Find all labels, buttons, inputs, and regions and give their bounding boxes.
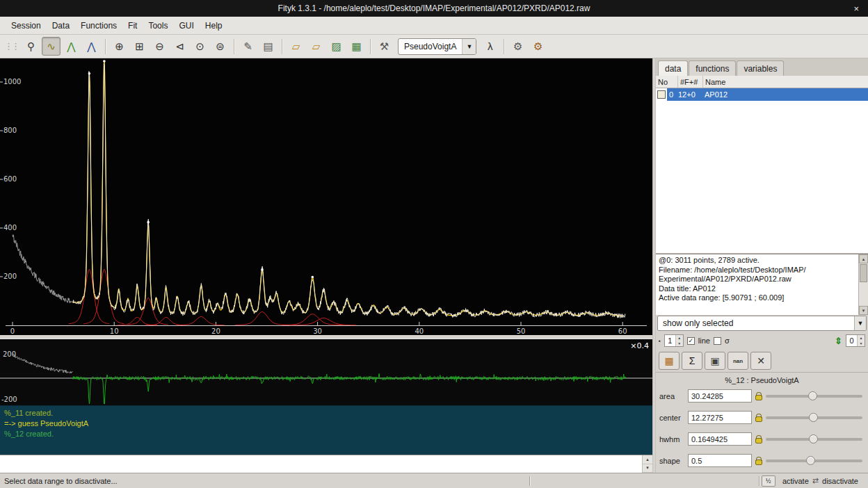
menu-help[interactable]: Help [200,18,228,33]
activate-toggle-icon[interactable]: ⇄ [812,476,819,485]
component-curve [83,270,124,324]
component-curve [117,317,157,325]
tab-data[interactable]: data [658,60,688,76]
zoom-select-mode-icon[interactable]: ⚲ [22,37,40,56]
toolbar-items: ⚲∿⋀⋀⊕⊞⊖⊲⊙⊜✎▤▱▱▨▦⚒PseudoVoigtA▼λ⚙⚙ [21,35,548,58]
param-shape-slider[interactable] [766,459,862,462]
sigma-checkbox[interactable] [714,337,721,345]
column-header-f[interactable]: #F+# [678,76,703,88]
delete-button[interactable]: ✕ [750,352,771,370]
show-filter-value: show only selected [658,318,854,328]
aux-tick-label: 200 [3,350,16,358]
drag-peak-mode-icon[interactable]: ⋀ [82,37,101,56]
scroll-up-icon[interactable]: ▲ [859,254,868,263]
line-label: line [698,336,710,345]
command-input[interactable] [0,455,642,473]
zoom-in-icon[interactable]: ⊕ [110,37,129,56]
param-label: area [659,392,684,400]
line-checkbox[interactable] [687,337,695,345]
x-tick-label: 20 [211,327,220,335]
param-row-center: center 12.27275 [656,407,868,428]
scroll-down-icon[interactable]: ▼ [859,306,868,315]
dataset-f-count: 12+0 [678,90,705,99]
script-editor-icon[interactable]: ▤ [259,37,278,56]
menu-data[interactable]: Data [47,18,75,33]
add-peak-mode-icon[interactable]: ⋀ [62,37,81,56]
dataset-info-panel: @0: 3011 points, 2789 active. Filename: … [656,254,868,315]
menu-gui[interactable]: GUI [173,18,199,33]
input-history-scrollbar[interactable]: ▲▼ [642,455,652,473]
export-data-icon[interactable]: ▦ [347,37,366,56]
x-tick-label: 10 [110,327,119,335]
zoom-out-icon[interactable]: ⊖ [150,37,169,56]
menu-fit[interactable]: Fit [122,18,143,33]
fit-run-icon[interactable]: ⚙ [529,37,547,56]
menu-session[interactable]: Session [6,18,47,33]
edit-data-icon[interactable]: ▨ [327,37,346,56]
toolbar-grip[interactable]: ⋮⋮ [4,41,18,51]
append-data-icon[interactable]: ▱ [307,37,326,56]
param-shape-input[interactable]: 0.5 [688,454,752,467]
info-line: Experimental/AP012/PXRD/AP012.raw [659,275,855,284]
param-label: center [659,414,684,422]
param-hwhm-slider[interactable] [766,438,862,441]
column-header-name[interactable]: Name [703,76,868,88]
status-mini-button[interactable]: ½ [762,475,775,487]
dataset-row[interactable]: 0 12+0 AP012 [656,88,868,101]
activate-label[interactable]: activate [782,477,809,485]
info-line: Filename: /home/aleplo/test/Desktop/IMAP… [659,266,855,275]
aux-plot[interactable]: 200-200×0.4 [0,339,652,405]
range-select-mode-icon[interactable]: ∿ [42,37,61,56]
column-header-no[interactable]: No [656,76,678,88]
sum-button[interactable]: Σ [682,352,702,370]
tab-functions[interactable]: functions [689,60,736,76]
fit-settings-icon[interactable]: ⚙ [508,37,527,56]
param-row-area: area 30.24285 [656,385,868,407]
function-type-dropdown[interactable]: PseudoVoigtA▼ [398,38,476,55]
function-header: %_12 : PseudoVoigtA [656,374,868,385]
shift-stepper[interactable]: 0 ▲▼ [846,334,865,347]
point-size-stepper[interactable]: 1 ▲▼ [664,334,684,347]
chevron-down-icon[interactable]: ▼ [854,316,866,330]
menu-tools[interactable]: Tools [143,18,173,33]
data-curve-inactive [13,235,72,303]
close-icon[interactable]: × [849,0,864,17]
lock-icon[interactable] [755,459,762,465]
show-filter-dropdown[interactable]: show only selected ▼ [657,316,867,331]
info-scrollbar[interactable]: ▲ ▼ [858,254,868,315]
point-style-icon[interactable]: ▪ [659,338,661,344]
log-viewer-icon[interactable]: ✎ [239,37,257,56]
param-area-slider[interactable] [766,395,862,398]
tab-variables[interactable]: variables [737,60,784,76]
zoom-previous-icon[interactable]: ⊲ [170,37,189,56]
lock-icon[interactable] [755,416,762,422]
main-plot[interactable]: 01020304050602004006008001000 [0,58,652,335]
dataset-name: AP012 [705,90,868,99]
lock-icon[interactable] [755,395,762,400]
dataset-table-header: No #F+# Name [656,76,868,88]
zoom-100-icon[interactable]: ⊙ [191,37,209,56]
zoom-vertical-icon[interactable]: ⊜ [211,37,230,56]
shift-updown-icon[interactable]: ⇕ [835,336,842,346]
data-table-button[interactable]: ▦ [659,352,680,370]
guess-function-icon[interactable]: λ [481,37,499,56]
plot-style-controls: ▪ 1 ▲▼ line σ ⇕ 0 ▲▼ [656,332,868,350]
aux-scale-label: ×0.4 [630,341,649,350]
param-area-input[interactable]: 30.24285 [688,389,752,402]
y-tick-label: 1000 [3,78,21,86]
dataset-color-swatch[interactable] [657,90,666,99]
param-center-input[interactable]: 12.27275 [688,411,752,424]
open-data-icon[interactable]: ▱ [287,37,305,56]
function-panel: %_12 : PseudoVoigtA area 30.24285 center… [656,372,868,473]
zoom-fit-icon[interactable]: ⊞ [130,37,149,56]
disactivate-label[interactable]: disactivate [822,477,858,485]
param-hwhm-input[interactable]: 0.1649425 [688,432,752,446]
residual-curve [72,373,625,404]
nan-button[interactable]: nan [728,352,748,370]
functions-button[interactable]: ▣ [705,352,725,370]
param-center-slider[interactable] [766,416,862,419]
x-tick-label: 40 [415,327,424,335]
lock-icon[interactable] [755,438,762,444]
menu-functions[interactable]: Functions [75,18,122,33]
manual-fit-icon[interactable]: ⚒ [375,37,394,56]
